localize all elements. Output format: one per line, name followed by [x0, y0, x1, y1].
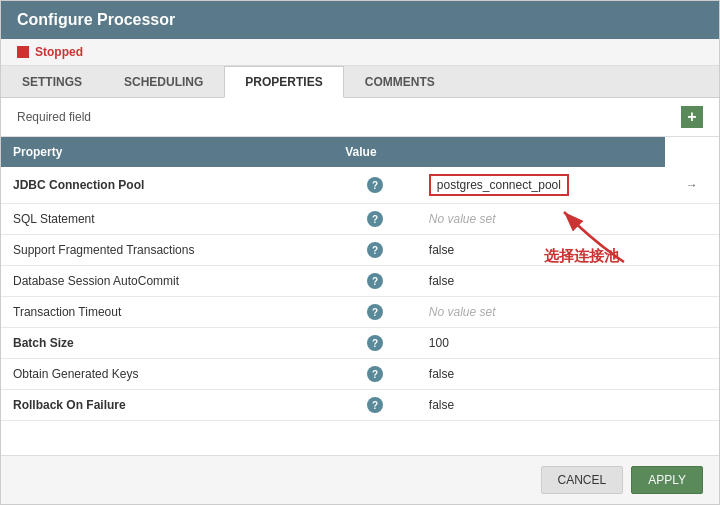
highlighted-value: postgres_connect_pool [429, 174, 569, 196]
status-text: Stopped [35, 45, 83, 59]
help-icon-cell: ? [333, 359, 417, 390]
tabs-container: SETTINGS SCHEDULING PROPERTIES COMMENTS [1, 66, 719, 98]
table-body: JDBC Connection Pool ? postgres_connect_… [1, 167, 719, 421]
property-name: Database Session AutoCommit [1, 266, 333, 297]
table-row: SQL Statement ? No value set [1, 204, 719, 235]
property-value[interactable]: false [417, 390, 665, 421]
help-icon[interactable]: ? [367, 273, 383, 289]
content-area: Required field + Property Value JDBC Con… [1, 98, 719, 455]
help-icon[interactable]: ? [367, 335, 383, 351]
help-icon-cell: ? [333, 297, 417, 328]
property-name: Batch Size [1, 328, 333, 359]
tab-scheduling[interactable]: SCHEDULING [103, 66, 224, 97]
property-name: Rollback On Failure [1, 390, 333, 421]
help-icon-cell: ? [333, 390, 417, 421]
property-value[interactable]: 100 [417, 328, 665, 359]
help-icon-cell: ? [333, 204, 417, 235]
property-value[interactable]: false [417, 266, 665, 297]
arrow-col [665, 266, 719, 297]
help-icon-cell: ? [333, 167, 417, 204]
header-action [417, 137, 665, 167]
table-row: Database Session AutoCommit ? false [1, 266, 719, 297]
property-value[interactable]: false [417, 235, 665, 266]
table-row: Transaction Timeout ? No value set [1, 297, 719, 328]
help-icon-cell: ? [333, 266, 417, 297]
table-row: Rollback On Failure ? false [1, 390, 719, 421]
status-dot [17, 46, 29, 58]
table-row: Batch Size ? 100 [1, 328, 719, 359]
tab-settings[interactable]: SETTINGS [1, 66, 103, 97]
property-name: Transaction Timeout [1, 297, 333, 328]
property-name: Obtain Generated Keys [1, 359, 333, 390]
help-icon-cell: ? [333, 235, 417, 266]
property-name: SQL Statement [1, 204, 333, 235]
arrow-col [665, 390, 719, 421]
table-row: JDBC Connection Pool ? postgres_connect_… [1, 167, 719, 204]
add-property-button[interactable]: + [681, 106, 703, 128]
tab-comments[interactable]: COMMENTS [344, 66, 456, 97]
property-value[interactable]: postgres_connect_pool [417, 167, 665, 204]
required-field-label: Required field [17, 110, 91, 124]
help-icon[interactable]: ? [367, 211, 383, 227]
arrow-col: → [665, 167, 719, 204]
table-header-row: Property Value [1, 137, 719, 167]
status-bar: Stopped [1, 39, 719, 66]
properties-table: Property Value JDBC Connection Pool ? po… [1, 137, 719, 421]
header-value: Value [333, 137, 417, 167]
dialog-header: Configure Processor [1, 1, 719, 39]
arrow-col [665, 235, 719, 266]
table-row: Obtain Generated Keys ? false [1, 359, 719, 390]
help-icon[interactable]: ? [367, 366, 383, 382]
arrow-col [665, 328, 719, 359]
header-property: Property [1, 137, 333, 167]
arrow-col [665, 359, 719, 390]
help-icon[interactable]: ? [367, 397, 383, 413]
help-icon[interactable]: ? [367, 304, 383, 320]
required-field-row: Required field + [1, 98, 719, 137]
help-icon-cell: ? [333, 328, 417, 359]
table-row: Support Fragmented Transactions ? false [1, 235, 719, 266]
property-value[interactable]: No value set [417, 297, 665, 328]
dialog-title: Configure Processor [17, 11, 175, 28]
property-value[interactable]: false [417, 359, 665, 390]
property-value[interactable]: No value set [417, 204, 665, 235]
arrow-col [665, 297, 719, 328]
property-name: JDBC Connection Pool [1, 167, 333, 204]
help-icon[interactable]: ? [367, 242, 383, 258]
configure-processor-dialog: Configure Processor Stopped SETTINGS SCH… [0, 0, 720, 505]
properties-table-wrapper: Property Value JDBC Connection Pool ? po… [1, 137, 719, 421]
property-name: Support Fragmented Transactions [1, 235, 333, 266]
arrow-col [665, 204, 719, 235]
tab-properties[interactable]: PROPERTIES [224, 66, 343, 98]
dialog-footer: CANCEL APPLY [1, 455, 719, 504]
apply-button[interactable]: APPLY [631, 466, 703, 494]
help-icon[interactable]: ? [367, 177, 383, 193]
cancel-button[interactable]: CANCEL [541, 466, 624, 494]
